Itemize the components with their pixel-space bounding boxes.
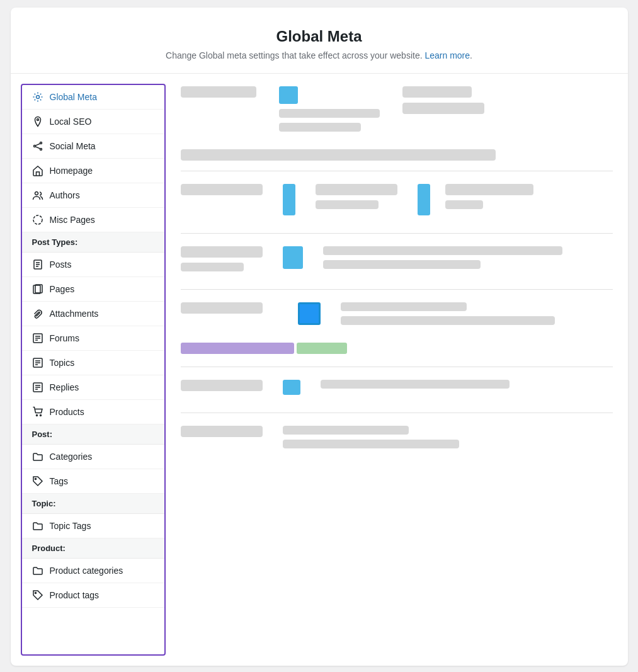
sidebar-item-pages[interactable]: Pages <box>22 277 164 302</box>
main-container: Global Meta Change Global meta settings … <box>11 8 628 666</box>
svg-point-29 <box>35 479 36 480</box>
content-row-3 <box>181 246 613 271</box>
section-label-post-types: Post Types: <box>22 232 164 253</box>
content-row-4b <box>181 343 613 354</box>
cart-icon <box>32 406 43 418</box>
svg-point-7 <box>35 192 38 195</box>
page-title: Global Meta <box>23 28 615 45</box>
sidebar-item-product-tags[interactable]: Product tags <box>22 583 164 608</box>
content-row-1b <box>181 149 613 161</box>
sidebar-item-products[interactable]: Products <box>22 400 164 424</box>
sidebar-label-posts: Posts <box>50 259 72 270</box>
divider-5 <box>181 413 613 413</box>
svg-rect-13 <box>33 285 40 293</box>
sidebar-item-authors[interactable]: Authors <box>22 183 164 208</box>
people-icon <box>32 190 43 201</box>
tag-icon <box>32 476 43 487</box>
svg-point-3 <box>33 145 35 147</box>
sidebar-item-misc-pages[interactable]: Misc Pages <box>22 208 164 232</box>
sidebar-label-attachments: Attachments <box>50 309 99 319</box>
sidebar-item-social-meta[interactable]: Social Meta <box>22 134 164 159</box>
sidebar-item-tags[interactable]: Tags <box>22 469 164 494</box>
svg-line-6 <box>35 147 40 149</box>
content-area: Global Meta Local SEO <box>11 74 628 666</box>
divider-4 <box>181 367 613 367</box>
content-row-6 <box>181 426 613 448</box>
sidebar-item-global-meta[interactable]: Global Meta <box>22 85 164 110</box>
replies-icon <box>32 382 43 393</box>
sidebar-item-topics[interactable]: Topics <box>22 351 164 375</box>
svg-point-8 <box>33 215 42 224</box>
svg-point-27 <box>36 415 37 416</box>
sidebar-item-forums[interactable]: Forums <box>22 326 164 351</box>
sidebar-label-authors: Authors <box>50 190 80 200</box>
topic-tags-folder-icon <box>32 520 43 532</box>
home-icon <box>32 165 43 176</box>
sidebar-label-social-meta: Social Meta <box>50 141 96 151</box>
product-tag-icon <box>32 589 43 601</box>
divider-1 <box>181 171 613 171</box>
main-content-area <box>166 74 628 666</box>
sidebar: Global Meta Local SEO <box>21 84 166 656</box>
sidebar-label-replies: Replies <box>50 382 79 392</box>
divider-3 <box>181 289 613 290</box>
content-row-2 <box>181 184 613 215</box>
svg-point-30 <box>35 593 36 594</box>
page-description: Change Global meta settings that take ef… <box>23 50 615 60</box>
sidebar-label-homepage: Homepage <box>50 166 93 176</box>
content-row-1 <box>181 86 613 132</box>
sidebar-item-categories[interactable]: Categories <box>22 445 164 469</box>
document-icon <box>32 259 43 270</box>
section-label-topic: Topic: <box>22 494 164 514</box>
svg-point-28 <box>40 415 41 416</box>
svg-line-5 <box>35 144 40 145</box>
sidebar-label-topics: Topics <box>50 358 75 368</box>
location-icon <box>32 116 43 127</box>
content-row-5 <box>181 380 613 395</box>
svg-rect-14 <box>35 285 42 293</box>
svg-point-0 <box>36 96 39 99</box>
share-icon <box>32 140 43 152</box>
sidebar-label-categories: Categories <box>50 452 93 462</box>
sidebar-label-topic-tags: Topic Tags <box>50 521 91 531</box>
pages-icon <box>32 283 43 295</box>
sidebar-label-local-seo: Local SEO <box>50 117 92 127</box>
divider-2 <box>181 233 613 234</box>
sidebar-item-local-seo[interactable]: Local SEO <box>22 110 164 134</box>
sidebar-item-topic-tags[interactable]: Topic Tags <box>22 514 164 538</box>
gear-icon <box>32 91 43 103</box>
sidebar-label-tags: Tags <box>50 476 69 486</box>
section-label-product: Product: <box>22 538 164 559</box>
sidebar-item-replies[interactable]: Replies <box>22 375 164 400</box>
sidebar-label-forums: Forums <box>50 333 79 343</box>
svg-point-4 <box>40 149 42 151</box>
attachment-icon <box>32 308 43 319</box>
product-categories-folder-icon <box>32 565 43 576</box>
sidebar-label-misc-pages: Misc Pages <box>50 215 95 225</box>
section-label-post: Post: <box>22 424 164 445</box>
sidebar-item-homepage[interactable]: Homepage <box>22 159 164 183</box>
learn-more-link[interactable]: Learn more <box>424 50 470 60</box>
sidebar-label-product-tags: Product tags <box>50 590 100 600</box>
folder-icon <box>32 451 43 462</box>
svg-point-1 <box>37 119 38 121</box>
sidebar-label-products: Products <box>50 407 84 417</box>
content-row-4 <box>181 302 613 325</box>
sidebar-label-pages: Pages <box>50 284 75 294</box>
sidebar-label-global-meta: Global Meta <box>50 92 97 102</box>
sidebar-label-product-categories: Product categories <box>50 566 123 576</box>
forums-icon <box>32 333 43 344</box>
page-header: Global Meta Change Global meta settings … <box>11 8 628 74</box>
sidebar-item-attachments[interactable]: Attachments <box>22 302 164 326</box>
svg-point-2 <box>40 142 42 144</box>
circle-dash-icon <box>32 214 43 225</box>
sidebar-item-product-categories[interactable]: Product categories <box>22 559 164 583</box>
topics-icon <box>32 357 43 368</box>
sidebar-item-posts[interactable]: Posts <box>22 253 164 277</box>
